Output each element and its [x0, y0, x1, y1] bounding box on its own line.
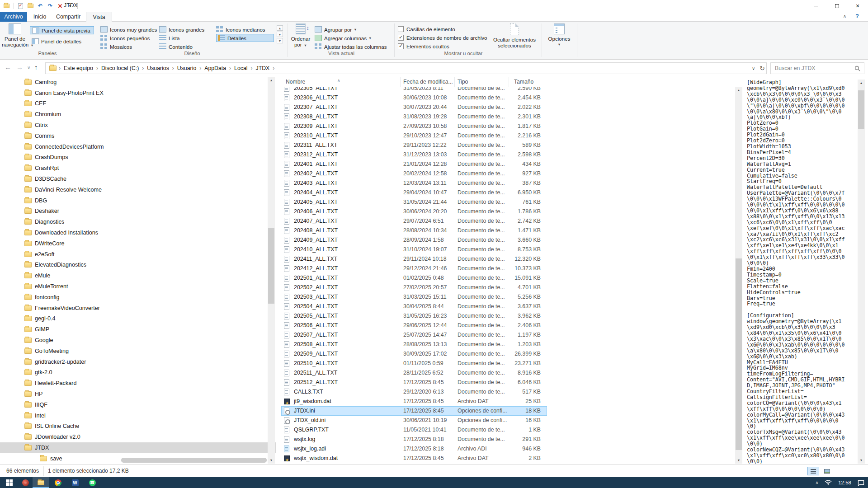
taskbar-app-icon[interactable] — [22, 479, 29, 486]
undo-icon[interactable]: ↶ — [37, 2, 44, 9]
gallery-down-icon[interactable]: ▼ — [277, 32, 283, 37]
tab-inicio[interactable]: Inicio — [29, 12, 51, 22]
file-row[interactable]: JTDX_old.ini30/06/2021 10:19Opciones de … — [277, 416, 735, 425]
file-row[interactable]: 202411_ALL.TXT29/11/2024 10:18Documento … — [277, 254, 735, 264]
breadcrumb-separator-icon[interactable]: › — [96, 65, 98, 71]
breadcrumb-item[interactable]: Disco local (C:) — [101, 65, 139, 71]
tree-item[interactable]: Comms — [0, 131, 276, 141]
address-dropdown-icon[interactable]: ∨ — [752, 66, 755, 71]
breadcrumb-item[interactable]: Este equipo — [64, 65, 93, 71]
file-row[interactable]: 202508_ALL.TXT28/08/2025 13:13Documento … — [277, 340, 735, 349]
file-row[interactable]: 202506_ALL.TXT29/06/2025 12:44Documento … — [277, 321, 735, 330]
breadcrumb-item[interactable]: Usuarios — [147, 65, 169, 71]
redo-icon[interactable]: ↷ — [47, 2, 54, 9]
file-row[interactable]: 202402_ALL.TXT20/02/2024 12:58Documento … — [277, 169, 735, 178]
details-pane-button[interactable]: Panel de detalles — [30, 37, 94, 45]
wifi-icon[interactable] — [825, 480, 832, 485]
scrollbar-thumb[interactable] — [736, 258, 742, 450]
breadcrumb-item[interactable]: JTDX — [255, 65, 269, 71]
add-columns-button[interactable]: Agregar columnas▼ — [315, 34, 372, 42]
file-row[interactable]: 202409_ALL.TXT28/09/2024 1:58Documento d… — [277, 235, 735, 245]
scroll-down-icon[interactable]: ▼ — [735, 457, 742, 464]
tree-item[interactable]: e2eSoft — [0, 249, 276, 260]
file-row[interactable]: 202405_ALL.TXT31/05/2024 21:44Documento … — [277, 197, 735, 207]
recent-locations-icon[interactable]: ∨ — [27, 65, 30, 70]
layout-gallery-scroll[interactable]: ▲ ▼ ▼ — [277, 25, 283, 43]
file-row[interactable]: 202404_ALL.TXT29/04/2024 10:47Documento … — [277, 188, 735, 197]
tree-item[interactable]: CrashDumps — [0, 152, 276, 163]
tree-item[interactable]: JTDX — [0, 442, 276, 453]
file-row[interactable]: 202308_ALL.TXT31/08/2023 19:28Documento … — [277, 112, 735, 122]
help-icon[interactable]: ? — [855, 13, 859, 19]
preview-pane-button[interactable]: Panel de vista previa — [30, 26, 94, 34]
file-row[interactable]: QSLGRP.TXT11/05/2021 10:41Documento de t… — [277, 425, 735, 435]
file-row[interactable]: 202509_ALL.TXT30/09/2025 17:02Documento … — [277, 349, 735, 359]
tree-item[interactable]: GoToMeeting — [0, 346, 276, 357]
tray-chevron-icon[interactable]: ∧ — [816, 480, 819, 485]
size-columns-button[interactable]: Ajustar todas las columnas — [315, 42, 387, 51]
breadcrumb-separator-icon[interactable]: › — [250, 65, 252, 71]
whatsapp-icon[interactable]: ☎ — [89, 479, 96, 486]
breadcrumb-bar[interactable]: › Este equipo›Disco local (C:)›Usuarios›… — [45, 62, 767, 74]
file-row[interactable]: 202311_ALL.TXT29/11/2023 12:22Documento … — [277, 141, 735, 150]
tree-item[interactable]: Downloaded Installations — [0, 227, 276, 238]
breadcrumb-item[interactable]: AppData — [204, 65, 226, 71]
tree-item[interactable]: Chromium — [0, 109, 276, 120]
gallery-more-icon[interactable]: ▼ — [277, 38, 283, 43]
action-center-icon[interactable] — [858, 480, 864, 486]
start-button[interactable] — [5, 479, 13, 486]
column-header-fecha[interactable]: Fecha de modifica... — [401, 77, 455, 87]
file-row[interactable]: 202507_ALL.TXT25/07/2025 14:47Documento … — [277, 330, 735, 340]
details-view-toggle[interactable] — [807, 467, 819, 475]
file-row[interactable]: 202406_ALL.TXT30/06/2024 20:20Documento … — [277, 207, 735, 216]
group-by-button[interactable]: Agrupar por▼ — [315, 25, 357, 33]
file-row[interactable]: 202501_ALL.TXT01/02/2025 0:48Documento d… — [277, 273, 735, 283]
search-box[interactable]: Buscar en JTDX — [770, 62, 864, 74]
file-row[interactable]: 202307_ALL.TXT30/07/2023 20:44Documento … — [277, 103, 735, 112]
tree-item[interactable]: gridtracker2-updater — [0, 357, 276, 367]
item-checkboxes-check[interactable]: Casillas de elemento — [398, 25, 455, 33]
file-explorer-icon[interactable] — [37, 479, 44, 486]
file-row[interactable]: 202407_ALL.TXT29/07/2024 6:51Documento d… — [277, 216, 735, 226]
tree-item[interactable]: FreemakeVideoConverter — [0, 303, 276, 314]
view-detalles[interactable]: Detalles — [216, 34, 274, 42]
new-folder-icon[interactable] — [27, 2, 34, 9]
view-iconos-grandes[interactable]: Iconos grandes — [159, 25, 204, 33]
tree-item[interactable]: JDownloader v2.0 — [0, 432, 276, 442]
scrollbar-thumb[interactable] — [268, 228, 274, 304]
scroll-up-icon[interactable]: ▲ — [858, 80, 865, 86]
file-row[interactable]: 202312_ALL.TXT31/12/2023 13:03Documento … — [277, 150, 735, 160]
close-button[interactable]: × — [847, 0, 868, 12]
tree-item[interactable]: Diagnostics — [0, 216, 276, 227]
navigation-pane-button[interactable]: Panel de navegación▼ — [2, 23, 28, 48]
forward-icon[interactable]: → — [16, 63, 23, 71]
column-header-tipo[interactable]: Tipo — [455, 77, 509, 87]
tree-item[interactable]: Hewlett-Packard — [0, 378, 276, 389]
tree-item[interactable]: GIMP — [0, 324, 276, 335]
view-lista[interactable]: Lista — [159, 34, 180, 42]
file-row[interactable]: wsjtx.log17/12/2025 8:18Documento de te.… — [277, 435, 735, 444]
file-row[interactable]: 202510_ALL.TXT01/11/2025 0:59Documento d… — [277, 359, 735, 368]
thumbnails-view-toggle[interactable] — [821, 467, 833, 475]
tree-item[interactable]: Camfrog — [0, 77, 276, 88]
file-row[interactable]: 202503_ALL.TXT31/03/2025 15:11Documento … — [277, 292, 735, 302]
search-icon[interactable] — [854, 66, 860, 71]
tab-vista[interactable]: Vista — [86, 12, 112, 22]
file-row[interactable]: jt9_wisdom.dat17/12/2025 8:45Archivo DAT… — [277, 397, 735, 406]
file-row[interactable]: 202504_ALL.TXT30/04/2025 8:44Documento d… — [277, 302, 735, 311]
taskbar-clock[interactable]: 12:58 — [838, 480, 851, 485]
file-row[interactable]: 202408_ALL.TXT28/08/2024 10:34Documento … — [277, 226, 735, 235]
file-row[interactable]: 202410_ALL.TXT31/10/2024 19:07Documento … — [277, 245, 735, 254]
file-row[interactable]: 202412_ALL.TXT29/12/2024 21:46Documento … — [277, 264, 735, 273]
breadcrumb-separator-icon[interactable]: › — [172, 65, 174, 71]
view-mosaicos[interactable]: Mosaicos — [100, 42, 132, 51]
file-row[interactable]: 202310_ALL.TXT29/10/2023 12:47Documento … — [277, 131, 735, 141]
breadcrumb-separator-icon[interactable]: › — [199, 65, 201, 71]
view-iconos-medianos[interactable]: Iconos medianos — [216, 25, 265, 33]
back-icon[interactable]: ← — [5, 63, 11, 71]
tab-compartir[interactable]: Compartir — [51, 12, 86, 22]
tree-item[interactable]: D3DSCache — [0, 174, 276, 184]
tree-item[interactable]: ElevatedDiagnostics — [0, 260, 276, 271]
sidebar-scrollbar[interactable]: ▲ ▼ — [268, 77, 275, 464]
tree-item[interactable]: IIIQF — [0, 399, 276, 410]
